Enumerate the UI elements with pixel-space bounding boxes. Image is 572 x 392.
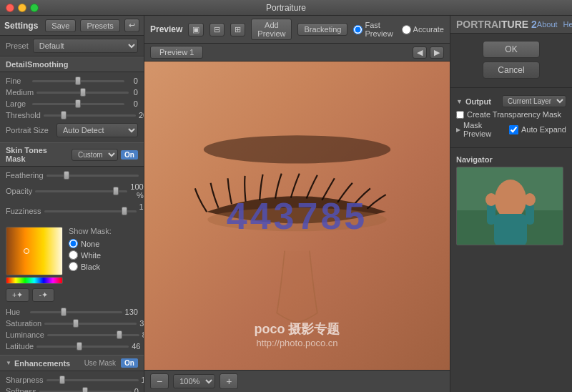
enhancements-title: Enhancements — [14, 359, 82, 368]
mask-black-label: Black — [81, 263, 100, 271]
help-link[interactable]: Help — [563, 20, 572, 29]
output-collapse-icon[interactable]: ▼ — [456, 98, 463, 105]
output-section: ▼ Output Current Layer Create Transparen… — [450, 92, 572, 143]
about-link[interactable]: About — [537, 20, 558, 29]
preview-navigation: ◀ ▶ — [413, 46, 444, 59]
latitude-slider[interactable] — [36, 346, 129, 348]
sharpness-label: Sharpness — [6, 376, 44, 384]
mask-preview-row: ▶ Mask Preview Auto Expand — [456, 121, 566, 138]
close-button[interactable] — [6, 4, 14, 12]
mask-white-option[interactable]: White — [69, 250, 112, 260]
preview-mode-group: Fast Preview Accurate — [353, 21, 444, 38]
cancel-button[interactable]: Cancel — [483, 62, 540, 79]
opacity-slider[interactable] — [35, 190, 127, 192]
preset-select[interactable]: Default — [33, 39, 138, 53]
fine-slider[interactable] — [32, 80, 124, 82]
feathering-slider-row: Feathering — [0, 170, 144, 181]
fuzziness-slider[interactable] — [44, 210, 137, 212]
portraiture-header: PORTRAITURE 2 About Help — [450, 16, 572, 34]
mask-none-radio[interactable] — [69, 239, 78, 248]
portrait-size-select[interactable]: Auto Detect — [56, 123, 138, 137]
right-divider — [450, 87, 572, 88]
color-gradient[interactable] — [6, 227, 63, 275]
mask-black-option[interactable]: Black — [69, 262, 112, 271]
minimize-button[interactable] — [18, 4, 26, 12]
accurate-label: Accurate — [413, 25, 444, 34]
save-button[interactable]: Save — [45, 19, 76, 32]
luminance-slider[interactable] — [47, 334, 139, 336]
zoom-in-button[interactable]: + — [220, 373, 238, 389]
hue-slider-row: Hue 130 — [0, 306, 144, 318]
hue-label: Hue — [6, 308, 27, 316]
feathering-slider[interactable] — [46, 175, 139, 177]
add-preview-button[interactable]: Add Preview — [251, 19, 292, 40]
settings-label: Settings — [4, 21, 38, 31]
maximize-button[interactable] — [30, 4, 39, 12]
color-hue-bar[interactable] — [6, 277, 63, 284]
skin-mask-on-badge[interactable]: On — [121, 150, 138, 160]
threshold-value: 20 — [139, 111, 144, 119]
window-controls[interactable] — [6, 4, 39, 12]
settings-toolbar: Settings Save Presets ↩ ↪ — [0, 16, 144, 36]
undo-button[interactable]: ↩ — [124, 19, 139, 32]
right-divider-2 — [450, 147, 572, 148]
mask-black-radio[interactable] — [69, 262, 78, 271]
softness-label: Softness — [6, 387, 36, 392]
preview-tab-1[interactable]: Preview 1 — [150, 46, 203, 59]
opacity-slider-row: Opacity 100 % — [0, 181, 144, 201]
sharpness-slider[interactable] — [46, 379, 139, 381]
output-label: Output — [465, 97, 499, 106]
split-view-button[interactable]: ⊟ — [209, 23, 225, 36]
eyedropper-add-button[interactable]: +✦ — [6, 288, 29, 302]
medium-slider[interactable] — [36, 92, 129, 94]
next-button[interactable]: ▶ — [430, 46, 444, 59]
fuzziness-value: 100 % — [139, 202, 144, 220]
hue-slider[interactable] — [30, 311, 122, 313]
accurate-option[interactable]: Accurate — [402, 25, 444, 34]
saturation-value: 33 — [139, 319, 144, 328]
mask-white-radio[interactable] — [69, 250, 78, 260]
about-help-links: About Help — [537, 20, 572, 29]
output-layer-select[interactable]: Current Layer — [502, 95, 566, 107]
ok-button[interactable]: OK — [483, 41, 540, 58]
large-slider-row: Large 0 — [0, 98, 144, 109]
luminance-label: Luminance — [6, 330, 44, 339]
color-swatch[interactable] — [6, 227, 63, 284]
zoom-out-button[interactable]: − — [150, 373, 169, 389]
create-transparency-checkbox[interactable] — [456, 111, 464, 119]
color-crosshair — [24, 248, 29, 254]
large-slider[interactable] — [32, 103, 124, 105]
enhancements-collapse-icon[interactable]: ▼ — [6, 360, 11, 366]
multi-view-button[interactable]: ⊞ — [230, 23, 245, 36]
enhancements-on-badge[interactable]: On — [121, 358, 138, 368]
navigator-svg — [457, 167, 563, 245]
eyedropper-remove-button[interactable]: -✦ — [32, 288, 54, 302]
svg-rect-5 — [494, 214, 527, 245]
bracketing-button[interactable]: Bracketing — [297, 23, 347, 36]
preview-image-mock: 443785 poco 摄影专题 http://photo.poco.cn — [144, 62, 450, 370]
prev-button[interactable]: ◀ — [413, 46, 427, 59]
fast-preview-radio[interactable] — [353, 25, 363, 34]
latitude-label: Latitude — [6, 342, 34, 351]
fast-preview-option[interactable]: Fast Preview — [353, 21, 393, 38]
enhancement-sliders: Sharpness 15 Softness 0 Warmth 0 Tint 0 — [0, 371, 144, 392]
presets-button[interactable]: Presets — [80, 19, 119, 32]
saturation-slider[interactable] — [44, 323, 137, 325]
softness-value: 0 — [134, 387, 139, 392]
accurate-radio[interactable] — [402, 25, 411, 34]
fine-slider-row: Fine 0 — [0, 75, 144, 87]
opacity-label: Opacity — [6, 187, 32, 195]
mask-none-label: None — [81, 240, 99, 248]
navigator-thumbnail[interactable] — [456, 167, 563, 245]
single-view-button[interactable]: ▣ — [188, 23, 204, 36]
output-header: ▼ Output Current Layer — [456, 95, 566, 107]
fine-label: Fine — [6, 77, 29, 85]
portrait-size-row: Portrait Size Auto Detect — [0, 121, 144, 139]
threshold-slider[interactable] — [44, 114, 136, 117]
mask-preview-icon[interactable]: ▶ — [456, 127, 460, 133]
softness-slider-row: Softness 0 — [0, 386, 144, 392]
auto-expand-checkbox[interactable] — [509, 125, 518, 134]
mask-none-option[interactable]: None — [69, 239, 112, 248]
mask-style-select[interactable]: Custom — [72, 149, 118, 161]
zoom-select[interactable]: 100% 50% 200% — [173, 374, 215, 388]
